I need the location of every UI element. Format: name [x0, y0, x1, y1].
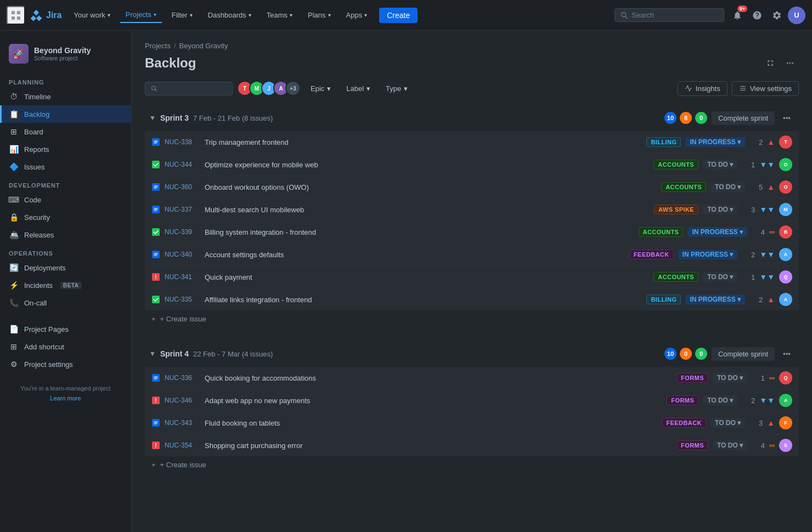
search-bar[interactable] — [614, 8, 724, 22]
table-row[interactable]: NUC-343 Fluid booking on tablets FEEDBAC… — [145, 412, 799, 434]
table-row[interactable]: NUC-340 Account settings defaults FEEDBA… — [145, 244, 799, 266]
sidebar-item-backlog[interactable]: 📋 Backlog — [0, 105, 131, 123]
issue-avatar[interactable]: O — [779, 180, 792, 194]
issue-priority[interactable]: ▼▼ — [759, 396, 775, 405]
issue-label[interactable]: AWS SPIKE — [654, 205, 698, 214]
issue-priority[interactable]: ▲ — [767, 183, 775, 191]
sidebar-item-oncall[interactable]: 📞 On-call — [0, 294, 131, 312]
issue-priority[interactable]: ▲ — [767, 295, 775, 304]
issue-label[interactable]: ACCOUNTS — [653, 160, 698, 169]
user-avatar[interactable]: U — [788, 7, 805, 24]
sidebar-item-timeline[interactable]: ⏱ Timeline — [0, 88, 131, 105]
issue-key[interactable]: NUC-343 — [165, 419, 200, 427]
issue-priority[interactable]: ▼▼ — [759, 205, 775, 214]
assignee-filter[interactable]: T M J A +3 — [237, 81, 301, 96]
issue-priority[interactable]: ═ — [769, 228, 775, 236]
issue-label[interactable]: FORMS — [667, 395, 698, 405]
sidebar-item-releases[interactable]: 🚢 Releases — [0, 226, 131, 244]
sprint-4-collapse-icon[interactable]: ▼ — [149, 350, 156, 358]
expand-button[interactable] — [762, 54, 779, 72]
issue-avatar[interactable]: A — [779, 394, 792, 407]
issue-label[interactable]: FORMS — [676, 440, 708, 450]
table-row[interactable]: ! NUC-354 Shopping cart purchasing error… — [145, 434, 799, 456]
notifications-button[interactable]: 9+ — [729, 7, 746, 24]
nav-apps[interactable]: Apps ▾ — [341, 8, 373, 22]
table-row[interactable]: NUC-337 Multi-dest search UI mobileweb A… — [145, 199, 799, 221]
settings-button[interactable] — [768, 7, 786, 24]
issue-label[interactable]: FEEDBACK — [629, 250, 674, 259]
apps-grid-button[interactable] — [7, 6, 25, 25]
issue-status[interactable]: TO DO ▾ — [703, 272, 737, 282]
table-row[interactable]: NUC-338 Trip management frontend BILLING… — [145, 131, 799, 154]
table-row[interactable]: NUC-360 Onboard workout options (OWO) AC… — [145, 176, 799, 199]
issue-status[interactable]: TO DO ▾ — [713, 373, 747, 383]
issue-key[interactable]: NUC-341 — [165, 273, 200, 281]
issue-avatar[interactable]: S — [779, 439, 792, 452]
issue-status[interactable]: TO DO ▾ — [710, 418, 745, 428]
sprint-3-header[interactable]: ▼ Sprint 3 7 Feb - 21 Feb (8 issues) 10 … — [145, 105, 799, 131]
issue-label[interactable]: BILLING — [646, 137, 681, 147]
issue-priority[interactable]: ═ — [769, 441, 775, 450]
nav-teams[interactable]: Teams ▾ — [261, 8, 298, 22]
issue-key[interactable]: NUC-338 — [165, 138, 200, 146]
table-row[interactable]: ! NUC-341 Quick payment ACCOUNTS TO DO ▾… — [145, 266, 799, 288]
issue-key[interactable]: NUC-346 — [165, 397, 200, 404]
issue-key[interactable]: NUC-339 — [165, 228, 200, 236]
sidebar-item-project-settings[interactable]: ⚙ Project settings — [0, 355, 131, 373]
search-input[interactable] — [631, 11, 708, 19]
filter-search[interactable] — [145, 82, 233, 95]
issue-avatar[interactable]: M — [779, 203, 792, 216]
issue-status[interactable]: TO DO ▾ — [703, 160, 737, 169]
epic-filter[interactable]: Epic ▾ — [305, 82, 336, 95]
issue-priority[interactable]: ▼▼ — [759, 250, 775, 259]
issue-label[interactable]: ACCOUNTS — [639, 227, 684, 237]
create-button[interactable]: Create — [379, 8, 418, 23]
sprint-3-complete-button[interactable]: Complete sprint — [712, 111, 775, 125]
sidebar-item-issues[interactable]: 🔷 Issues — [0, 158, 131, 176]
sprint-3-collapse-icon[interactable]: ▼ — [149, 114, 156, 122]
type-filter[interactable]: Type ▾ — [380, 82, 413, 95]
nav-plans[interactable]: Plans ▾ — [302, 8, 336, 22]
sprint-3-create-issue[interactable]: + + Create issue — [145, 310, 799, 327]
issue-label[interactable]: ACCOUNTS — [653, 272, 698, 282]
sprint-3-more-button[interactable]: ••• — [779, 110, 794, 126]
breadcrumb-projects[interactable]: Projects — [145, 42, 171, 50]
sidebar-item-code[interactable]: ⌨ Code — [0, 191, 131, 208]
issue-avatar[interactable]: Q — [779, 371, 792, 384]
issue-avatar[interactable]: O — [779, 158, 792, 171]
nav-your-work[interactable]: Your work ▾ — [68, 8, 115, 22]
sidebar-item-deployments[interactable]: 🔄 Deployments — [0, 259, 131, 276]
issue-priority[interactable]: ▲ — [767, 138, 775, 146]
avatar-more[interactable]: +3 — [285, 81, 301, 96]
issue-label[interactable]: FORMS — [676, 373, 708, 383]
nav-filter[interactable]: Filter ▾ — [166, 8, 198, 22]
sidebar-item-board[interactable]: ⊞ Board — [0, 123, 131, 140]
table-row[interactable]: NUC-344 Optimize experience for mobile w… — [145, 154, 799, 176]
issue-key[interactable]: NUC-337 — [165, 206, 200, 213]
table-row[interactable]: ! NUC-346 Adapt web app no new payments … — [145, 389, 799, 412]
issue-avatar[interactable]: Q — [779, 270, 792, 284]
help-button[interactable] — [748, 7, 766, 24]
sprint-4-header[interactable]: ▼ Sprint 4 22 Feb - 7 Mar (4 issues) 10 … — [145, 341, 799, 367]
issue-key[interactable]: NUC-340 — [165, 251, 200, 258]
label-filter[interactable]: Label ▾ — [341, 82, 376, 95]
sidebar-item-project-pages[interactable]: 📄 Project Pages — [0, 320, 131, 338]
sprint-4-create-issue[interactable]: + + Create issue — [145, 456, 799, 473]
issue-priority[interactable]: ▼▼ — [759, 160, 775, 169]
sidebar-item-incidents[interactable]: ⚡ Incidents BETA — [0, 276, 131, 294]
table-row[interactable]: NUC-335 Affiliate links integration - fr… — [145, 288, 799, 310]
issue-status[interactable]: IN PROGRESS ▾ — [685, 295, 745, 304]
breadcrumb-project[interactable]: Beyond Gravity — [179, 42, 228, 50]
issue-status[interactable]: TO DO ▾ — [703, 205, 737, 214]
issue-status[interactable]: TO DO ▾ — [713, 440, 747, 450]
issue-key[interactable]: NUC-336 — [165, 374, 200, 382]
more-options-button[interactable] — [781, 54, 799, 72]
issue-key[interactable]: NUC-344 — [165, 161, 200, 168]
issue-status[interactable]: TO DO ▾ — [710, 182, 745, 192]
view-settings-button[interactable]: View settings — [732, 81, 799, 96]
issue-label[interactable]: BILLING — [646, 295, 681, 304]
backlog-search-input[interactable] — [161, 84, 227, 93]
sprint-4-complete-button[interactable]: Complete sprint — [712, 347, 775, 361]
issue-label[interactable]: ACCOUNTS — [661, 182, 706, 192]
nav-dashboards[interactable]: Dashboards ▾ — [202, 8, 257, 22]
